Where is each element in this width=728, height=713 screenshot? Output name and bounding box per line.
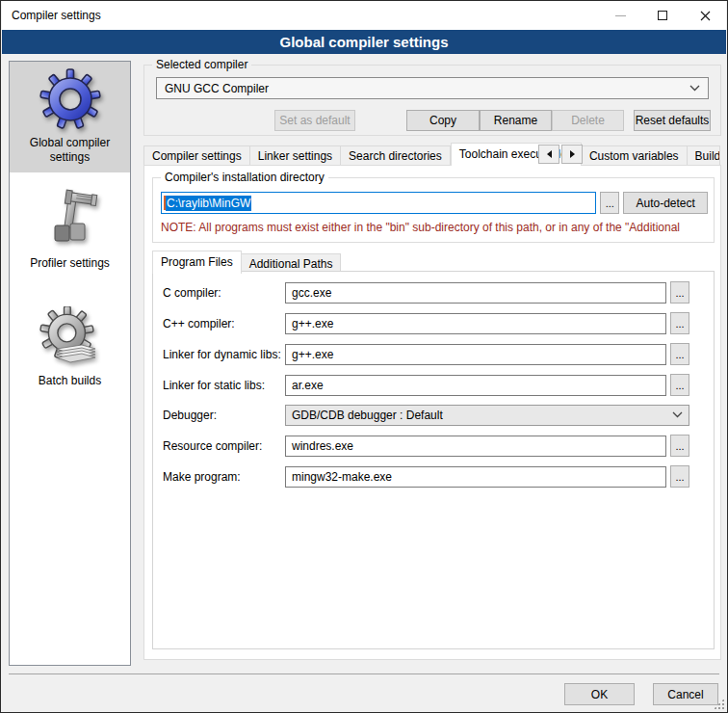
caliper-tool-icon bbox=[39, 189, 101, 251]
static-linker-input[interactable]: ar.exe bbox=[285, 375, 666, 396]
compiler-select[interactable]: GNU GCC Compiler bbox=[156, 77, 709, 99]
static-linker-row: Linker for static libs: ar.exe ... bbox=[153, 374, 714, 396]
field-label: Make program: bbox=[153, 470, 285, 484]
field-label: Resource compiler: bbox=[153, 439, 285, 453]
browse-c-compiler-button[interactable]: ... bbox=[670, 281, 689, 304]
debugger-row: Debugger: GDB/CDB debugger : Default bbox=[153, 404, 714, 426]
browse-resource-compiler-button[interactable]: ... bbox=[670, 435, 689, 457]
program-files-page: C compiler: gcc.exe ... C++ compiler: g+… bbox=[152, 271, 715, 649]
browse-directory-button[interactable]: ... bbox=[600, 192, 619, 214]
sidebar-item-label: Global compiler settings bbox=[12, 136, 128, 165]
c-compiler-row: C compiler: gcc.exe ... bbox=[153, 281, 714, 304]
tab-custom-variables[interactable]: Custom variables bbox=[582, 145, 688, 166]
delete-button[interactable]: Delete bbox=[552, 110, 624, 131]
group-legend: Compiler's installation directory bbox=[161, 171, 328, 184]
compiler-select-value: GNU GCC Compiler bbox=[165, 82, 689, 95]
window-title: Compiler settings bbox=[12, 9, 101, 22]
tab-build-options[interactable]: Build options bbox=[688, 145, 720, 166]
field-label: Debugger: bbox=[153, 409, 285, 422]
sidebar-item-batch-builds[interactable]: Batch builds bbox=[10, 300, 130, 396]
dialog-header: Global compiler settings bbox=[2, 30, 726, 54]
footer-divider bbox=[9, 673, 719, 674]
set-as-default-button[interactable]: Set as default bbox=[274, 110, 355, 131]
field-label: C++ compiler: bbox=[153, 317, 285, 330]
maximize-button[interactable] bbox=[641, 1, 684, 30]
group-legend: Selected compiler bbox=[152, 58, 251, 71]
window-controls bbox=[599, 1, 726, 30]
compiler-settings-window: Compiler settings Global compiler settin… bbox=[0, 0, 728, 713]
browse-cpp-compiler-button[interactable]: ... bbox=[670, 312, 689, 334]
field-label: Linker for dynamic libs: bbox=[153, 348, 285, 361]
installation-directory-row: C:\raylib\MinGW ... Auto-detect bbox=[161, 192, 708, 214]
browse-make-program-button[interactable]: ... bbox=[670, 465, 689, 488]
field-value: ar.exe bbox=[292, 379, 324, 392]
cancel-button[interactable]: Cancel bbox=[653, 683, 718, 705]
installation-directory-group: Compiler's installation directory C:\ray… bbox=[152, 177, 715, 243]
minimize-icon bbox=[615, 15, 626, 16]
field-label: C compiler: bbox=[153, 286, 285, 300]
settings-tabstrip: Compiler settingsLinker settingsSearch d… bbox=[143, 143, 721, 166]
tab-program-files[interactable]: Program Files bbox=[152, 251, 242, 274]
dynamic-linker-input[interactable]: g++.exe bbox=[285, 344, 666, 365]
debugger-select-value: GDB/CDB debugger : Default bbox=[292, 409, 672, 422]
auto-detect-button[interactable]: Auto-detect bbox=[623, 192, 708, 214]
field-value: g++.exe bbox=[292, 317, 333, 330]
cpp-compiler-input[interactable]: g++.exe bbox=[285, 313, 666, 334]
close-button[interactable] bbox=[684, 1, 726, 30]
browse-static-linker-button[interactable]: ... bbox=[670, 374, 689, 396]
c-compiler-input[interactable]: gcc.exe bbox=[285, 282, 666, 304]
toolchain-executables-page: Compiler's installation directory C:\ray… bbox=[143, 165, 721, 660]
minimize-button[interactable] bbox=[599, 1, 641, 30]
field-value: mingw32-make.exe bbox=[292, 470, 392, 484]
resource-compiler-row: Resource compiler: windres.exe ... bbox=[153, 435, 714, 457]
resource-compiler-input[interactable]: windres.exe bbox=[285, 436, 666, 457]
browse-dynamic-linker-button[interactable]: ... bbox=[670, 343, 689, 365]
tab-linker-settings[interactable]: Linker settings bbox=[250, 145, 341, 166]
bin-subdirectory-note: NOTE: All programs must exist either in … bbox=[161, 221, 712, 234]
close-icon bbox=[700, 11, 711, 21]
field-value: gcc.exe bbox=[292, 286, 331, 300]
sidebar-item-label: Batch builds bbox=[12, 374, 128, 388]
installation-directory-value: C:\raylib\MinGW bbox=[166, 196, 251, 211]
tab-scroll-controls bbox=[538, 145, 583, 164]
tab-compiler-settings[interactable]: Compiler settings bbox=[143, 145, 250, 166]
chevron-down-icon bbox=[672, 411, 683, 418]
compiler-buttons-row: Set as default Copy Rename Delete Reset … bbox=[156, 110, 711, 131]
debugger-select[interactable]: GDB/CDB debugger : Default bbox=[285, 405, 689, 426]
field-label: Linker for static libs: bbox=[153, 379, 285, 392]
selected-compiler-group: Selected compiler GNU GCC Compiler Set a… bbox=[143, 65, 721, 136]
make-program-input[interactable]: mingw32-make.exe bbox=[285, 466, 666, 488]
reset-defaults-button[interactable]: Reset defaults bbox=[634, 110, 711, 131]
tab-scroll-right-button[interactable] bbox=[561, 145, 583, 164]
settings-category-sidebar: Global compiler settings bbox=[9, 61, 131, 666]
rename-button[interactable]: Rename bbox=[480, 110, 552, 131]
sidebar-item-global-compiler-settings[interactable]: Global compiler settings bbox=[10, 62, 130, 172]
ok-button[interactable]: OK bbox=[564, 683, 635, 705]
titlebar[interactable]: Compiler settings bbox=[2, 1, 726, 30]
arrow-left-icon bbox=[547, 150, 552, 158]
sidebar-item-profiler-settings[interactable]: Profiler settings bbox=[10, 182, 130, 278]
dynamic-linker-row: Linker for dynamic libs: g++.exe ... bbox=[153, 343, 714, 365]
blue-gear-icon bbox=[39, 68, 101, 130]
gray-gear-stack-icon bbox=[39, 306, 101, 368]
field-value: g++.exe bbox=[292, 348, 333, 361]
tab-search-directories[interactable]: Search directories bbox=[341, 145, 451, 166]
make-program-row: Make program: mingw32-make.exe ... bbox=[153, 465, 714, 488]
cpp-compiler-row: C++ compiler: g++.exe ... bbox=[153, 312, 714, 334]
maximize-icon bbox=[658, 11, 667, 20]
field-value: windres.exe bbox=[292, 439, 353, 453]
copy-button[interactable]: Copy bbox=[406, 110, 480, 131]
chevron-down-icon bbox=[689, 85, 700, 92]
sidebar-item-label: Profiler settings bbox=[12, 256, 128, 271]
tab-scroll-left-button[interactable] bbox=[538, 145, 559, 164]
arrow-right-icon bbox=[570, 150, 575, 158]
installation-directory-input[interactable]: C:\raylib\MinGW bbox=[161, 192, 596, 214]
